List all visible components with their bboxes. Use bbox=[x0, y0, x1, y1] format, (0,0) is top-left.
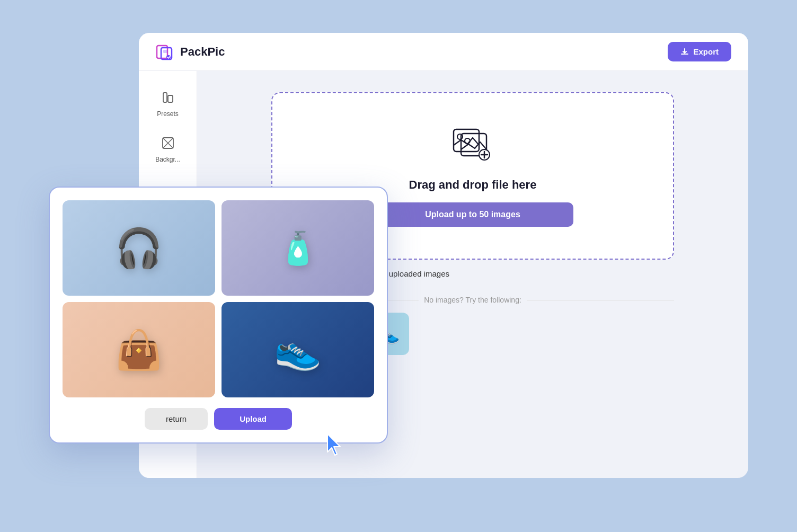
file-cell-headphones[interactable]: 🎧 bbox=[63, 200, 215, 296]
header: PackPic Export bbox=[139, 33, 748, 71]
outer-wrapper: PackPic Export bbox=[49, 33, 748, 499]
logo-icon bbox=[156, 42, 175, 61]
file-picker-actions: return Upload bbox=[63, 408, 374, 430]
presets-icon bbox=[162, 91, 174, 107]
cursor-position bbox=[325, 433, 344, 458]
file-picker-upload-button[interactable]: Upload bbox=[214, 408, 292, 430]
app-title: PackPic bbox=[180, 45, 225, 59]
cursor-icon bbox=[325, 433, 344, 456]
divider-right bbox=[527, 300, 674, 300]
file-cell-shoe[interactable]: 👟 bbox=[222, 302, 374, 397]
bag-image: 👜 bbox=[115, 327, 163, 373]
sidebar-item-presets[interactable]: Presets bbox=[144, 84, 192, 125]
presets-label: Presets bbox=[157, 110, 179, 118]
export-button[interactable]: Export bbox=[668, 42, 731, 61]
upload-icon bbox=[451, 125, 494, 167]
logo: PackPic bbox=[156, 42, 225, 61]
drop-title: Drag and drop file here bbox=[409, 178, 537, 192]
file-grid: 🎧 🧴 👜 👟 bbox=[63, 200, 374, 397]
suggestion-label: No images? Try the following: bbox=[424, 296, 521, 304]
svg-rect-2 bbox=[163, 50, 167, 53]
headphones-image: 🎧 bbox=[115, 226, 163, 271]
svg-point-3 bbox=[166, 55, 171, 59]
background-icon bbox=[162, 137, 174, 153]
shoe-image: 👟 bbox=[274, 327, 322, 373]
export-icon bbox=[680, 48, 689, 56]
upload-button[interactable]: Upload up to 50 images bbox=[372, 202, 573, 227]
sidebar-item-background[interactable]: Backgr... bbox=[144, 129, 192, 171]
perfume-image: 🧴 bbox=[278, 229, 318, 267]
return-button[interactable]: return bbox=[145, 408, 208, 430]
svg-rect-4 bbox=[163, 93, 167, 102]
background-label: Backgr... bbox=[155, 156, 180, 163]
file-picker: 🎧 🧴 👜 👟 return Upload bbox=[49, 187, 388, 444]
svg-point-12 bbox=[465, 138, 470, 144]
file-cell-bag[interactable]: 👜 bbox=[63, 302, 215, 397]
file-cell-perfume[interactable]: 🧴 bbox=[222, 200, 374, 296]
svg-rect-5 bbox=[168, 95, 173, 102]
